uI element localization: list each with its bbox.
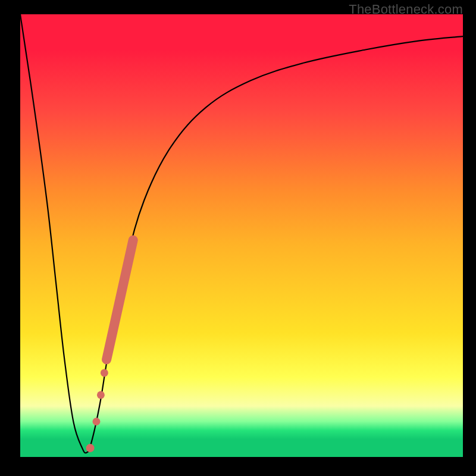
data-markers	[86, 240, 133, 452]
bottleneck-curve	[20, 14, 463, 453]
plot-area	[20, 14, 463, 457]
chart-svg	[20, 14, 463, 457]
data-point	[86, 444, 95, 452]
chart-frame: TheBottleneck.com	[0, 0, 476, 476]
highlight-segment	[107, 240, 133, 359]
data-point	[92, 418, 100, 425]
data-point	[97, 391, 105, 399]
data-point	[101, 369, 108, 377]
